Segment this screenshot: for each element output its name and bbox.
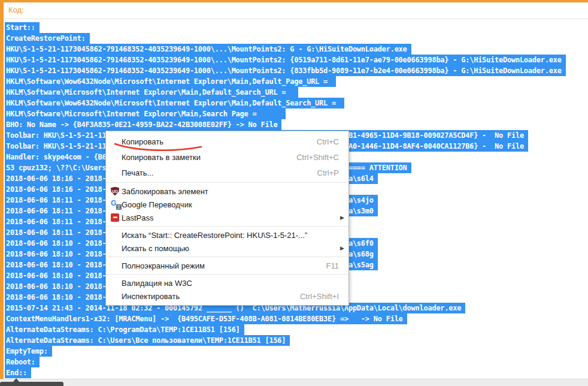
code-line: HKLM\Software\Microsoft\Internet Explore… bbox=[5, 108, 286, 119]
menu-shortcut: Ctrl+Shift+C bbox=[284, 153, 339, 162]
code-line: HKU\S-1-5-21-1173045862-791468352-403523… bbox=[5, 55, 566, 65]
code-line: EmptyTemp: bbox=[5, 346, 52, 357]
page-bottom-strip bbox=[0, 379, 588, 386]
context-menu: Копировать Ctrl+C Копировать в заметки C… bbox=[105, 131, 349, 306]
menu-item-google-translate[interactable]: Google Переводчик bbox=[106, 198, 348, 211]
menu-item-search-selection[interactable]: Искать “Start:: CreateRestorePoint: HKU\… bbox=[106, 228, 348, 242]
code-line: HKU\S-1-5-21-1173045862-791468352-403523… bbox=[5, 65, 566, 76]
menu-item-label: Заблокировать элемент bbox=[122, 187, 208, 196]
menu-item-label: Полноэкранный режим bbox=[122, 261, 205, 270]
menu-separator bbox=[106, 274, 348, 275]
menu-item-copy-to-notes[interactable]: Копировать в заметки Ctrl+Shift+C bbox=[106, 149, 348, 165]
menu-item-block-element[interactable]: UO Заблокировать элемент bbox=[106, 185, 348, 198]
menu-shortcut: Ctrl+C bbox=[305, 137, 339, 146]
menu-item-label: LastPass bbox=[122, 213, 153, 222]
code-line: CreateRestorePoint: bbox=[5, 33, 90, 44]
menu-item-label: Копировать в заметки bbox=[122, 153, 201, 162]
menu-item-print[interactable]: Печать... Ctrl+P bbox=[106, 165, 348, 180]
code-line: HKLM\Software\Microsoft\Internet Explore… bbox=[5, 87, 298, 98]
menu-shortcut: Ctrl+Shift+I bbox=[288, 292, 339, 301]
menu-item-label: Копировать bbox=[122, 137, 163, 146]
menu-item-label: Google Переводчик bbox=[122, 200, 192, 209]
menu-shortcut: F11 bbox=[314, 261, 339, 270]
menu-item-label: Валидация на W3C bbox=[122, 279, 192, 288]
page: Код: Start:: CreateRestorePoint: HKU\S-1… bbox=[0, 0, 588, 386]
menu-item-label: Печать... bbox=[122, 168, 153, 177]
code-line: AlternateDataStreams: C:\Users\Все польз… bbox=[5, 335, 290, 346]
menu-item-label: Инспектировать bbox=[122, 292, 180, 301]
code-line: End:: bbox=[5, 367, 31, 378]
menu-item-inspect[interactable]: Инспектировать Ctrl+Shift+I bbox=[106, 290, 348, 303]
menu-separator bbox=[106, 257, 348, 257]
code-line: Start:: bbox=[5, 22, 40, 33]
submenu-arrow-icon: ▶ bbox=[340, 215, 344, 221]
code-line: HKLM\Software\Wow6432Node\Microsoft\Inte… bbox=[5, 76, 336, 87]
menu-separator bbox=[106, 226, 348, 227]
code-line: HKLM\Software\Wow6432Node\Microsoft\Inte… bbox=[5, 98, 344, 108]
header-divider bbox=[4, 19, 588, 19]
dark-tooltip-arrow-icon bbox=[13, 378, 19, 382]
code-label: Код: bbox=[8, 5, 24, 14]
menu-item-copy[interactable]: Копировать Ctrl+C bbox=[106, 134, 348, 149]
menu-item-w3c-validation[interactable]: Валидация на W3C bbox=[106, 276, 348, 290]
dark-tooltip bbox=[0, 382, 63, 386]
code-line: BHO: No Name -> {B4F3A835-0E21-4959-BA22… bbox=[5, 119, 281, 130]
menu-item-label: Искать “Start:: CreateRestorePoint: HKU\… bbox=[122, 231, 307, 240]
lastpass-icon: ••• bbox=[111, 213, 119, 222]
menu-item-label: Искать с помощью bbox=[122, 244, 189, 253]
menu-item-search-with[interactable]: Искать с помощью ▶ bbox=[106, 242, 348, 255]
menu-item-fullscreen[interactable]: Полноэкранный режим F11 bbox=[106, 259, 348, 272]
menu-shortcut: Ctrl+P bbox=[305, 168, 339, 177]
code-line: ContextMenuHandlers1-x32: [MRACMenu] -> … bbox=[5, 313, 407, 324]
google-translate-icon bbox=[111, 200, 120, 209]
menu-separator bbox=[106, 182, 348, 183]
code-line: AlternateDataStreams: C:\ProgramData\TEM… bbox=[5, 324, 244, 335]
code-line: HKU\S-1-5-21-1173045862-791468352-403523… bbox=[5, 44, 411, 55]
code-block-top-border bbox=[0, 0, 588, 2]
code-line: Reboot: bbox=[5, 357, 40, 367]
submenu-arrow-icon: ▶ bbox=[340, 245, 344, 251]
menu-item-lastpass[interactable]: ••• LastPass ▶ bbox=[106, 211, 348, 224]
ublock-shield-icon: UO bbox=[111, 187, 119, 196]
code-block-left-border bbox=[0, 0, 4, 379]
